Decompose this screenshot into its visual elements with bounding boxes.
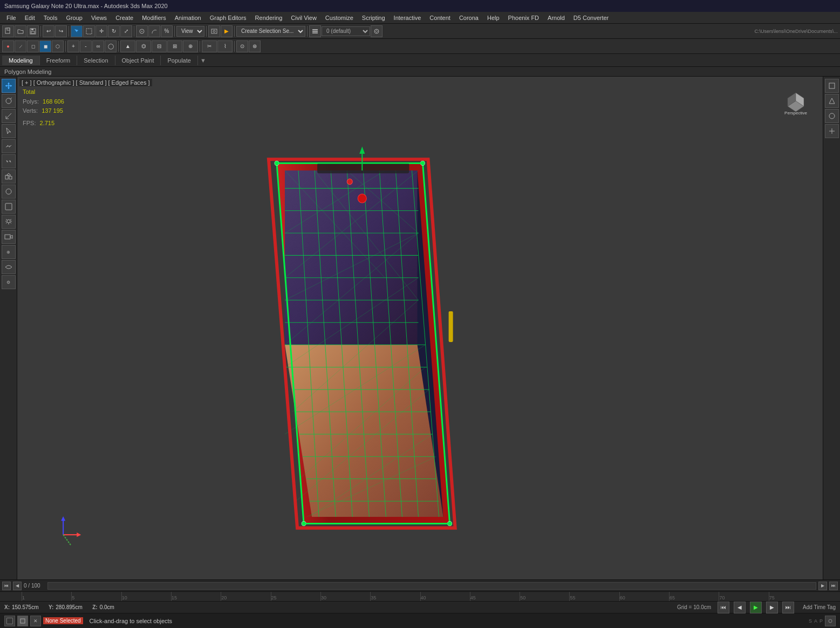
right-sidebar-btn-4[interactable]: [825, 124, 839, 138]
sidebar-cameras-btn[interactable]: [2, 230, 16, 244]
sidebar-geometry-btn[interactable]: [2, 185, 16, 199]
add-time-tag-btn[interactable]: Add Time Tag: [803, 604, 836, 610]
right-sidebar-btn-2[interactable]: [825, 94, 839, 108]
menu-arnold[interactable]: Arnold: [543, 13, 569, 22]
element-btn[interactable]: ⬡: [52, 40, 64, 52]
grid-settings-btn[interactable]: [371, 25, 383, 37]
menu-create[interactable]: Create: [111, 13, 138, 22]
menu-rendering[interactable]: Rendering: [251, 13, 287, 22]
connect-btn[interactable]: ⊕: [183, 40, 198, 52]
vertex-btn[interactable]: ●: [2, 40, 14, 52]
timeline-track[interactable]: [47, 582, 816, 590]
menu-scripting[interactable]: Scripting: [358, 13, 390, 22]
sidebar-select-btn[interactable]: [2, 124, 16, 138]
sidebar-systems-btn[interactable]: ⚙: [2, 275, 16, 289]
last-frame-btn[interactable]: ⏭: [782, 602, 794, 613]
sidebar-link-btn[interactable]: [2, 139, 16, 153]
menu-group[interactable]: Group: [62, 13, 87, 22]
poly-btn[interactable]: ◼: [39, 40, 51, 52]
viewport[interactable]: [ + ] [ Orthographic ] [ Standard ] [ Ed…: [17, 77, 823, 579]
loop-btn[interactable]: ∞: [92, 40, 104, 52]
sidebar-create-btn[interactable]: [2, 169, 16, 183]
sidebar-move-btn[interactable]: [2, 79, 16, 93]
timeline-prev-btn[interactable]: ◀: [13, 582, 22, 590]
move-btn[interactable]: ✛: [95, 25, 107, 37]
undo-btn[interactable]: ↩: [43, 25, 54, 37]
prev-frame-btn[interactable]: ◀: [734, 602, 746, 613]
cut-btn[interactable]: ✂: [202, 40, 217, 52]
scale-btn[interactable]: ⤢: [120, 25, 132, 37]
target-weld-btn[interactable]: ⊛: [249, 40, 261, 52]
play-btn[interactable]: ▶: [750, 602, 762, 613]
menu-help[interactable]: Help: [483, 13, 504, 22]
tab-options-btn[interactable]: ▼: [200, 57, 206, 64]
menu-file[interactable]: File: [2, 13, 21, 22]
select-region-btn[interactable]: [83, 25, 95, 37]
play-animation-btn[interactable]: ⏮: [718, 602, 729, 613]
tab-modeling[interactable]: Modeling: [2, 56, 40, 65]
quickslice-btn[interactable]: ⌇: [217, 40, 233, 52]
edge-btn[interactable]: ⟋: [15, 40, 26, 52]
weld-btn[interactable]: ⊙: [236, 40, 248, 52]
next-frame-btn[interactable]: ▶: [766, 602, 778, 613]
tab-freeform[interactable]: Freeform: [40, 56, 78, 65]
taskbar-close-btn[interactable]: ✕: [30, 616, 41, 626]
menu-tools[interactable]: Tools: [39, 13, 62, 22]
menu-views[interactable]: Views: [87, 13, 111, 22]
select-btn[interactable]: [71, 25, 83, 37]
taskbar-btn-1[interactable]: [4, 616, 15, 626]
menu-animation[interactable]: Animation: [170, 13, 206, 22]
bridge-btn[interactable]: ⊞: [167, 40, 182, 52]
cube-gizmo[interactable]: Perspective: [780, 87, 812, 120]
sidebar-rotate-btn[interactable]: [2, 94, 16, 108]
render-setup-btn[interactable]: [208, 25, 220, 37]
menu-civil-view[interactable]: Civil View: [286, 13, 320, 22]
right-sidebar-btn-1[interactable]: [825, 79, 839, 93]
svg-point-79: [347, 179, 352, 185]
sidebar-unlink-btn[interactable]: [2, 154, 16, 168]
rotate-btn[interactable]: ↻: [108, 25, 120, 37]
grow-btn[interactable]: +: [67, 40, 79, 52]
view-dropdown[interactable]: View: [176, 26, 204, 37]
menu-graph-editors[interactable]: Graph Editors: [206, 13, 251, 22]
bevel-btn[interactable]: ⏣: [136, 40, 151, 52]
tab-object-paint[interactable]: Object Paint: [115, 56, 161, 65]
render-btn[interactable]: ▶: [221, 25, 233, 37]
percent-snap-btn[interactable]: %: [161, 25, 173, 37]
menu-content[interactable]: Content: [425, 13, 455, 22]
ring-btn[interactable]: ◯: [105, 40, 117, 52]
menu-interactive[interactable]: Interactive: [390, 13, 426, 22]
new-scene-btn[interactable]: [2, 25, 14, 37]
menu-edit[interactable]: Edit: [21, 13, 39, 22]
shrink-btn[interactable]: -: [80, 40, 92, 52]
extrude-btn[interactable]: ▲: [120, 40, 135, 52]
timeline-prev-key-btn[interactable]: ⏮: [2, 582, 11, 590]
border-btn[interactable]: ◻: [27, 40, 39, 52]
menu-phoenix-fd[interactable]: Phoenix FD: [504, 13, 543, 22]
snap-toggle-btn[interactable]: [136, 25, 148, 37]
tab-selection[interactable]: Selection: [77, 56, 115, 65]
angle-snap-btn[interactable]: [148, 25, 160, 37]
taskbar-btn-2[interactable]: [17, 616, 28, 626]
sidebar-scale-btn[interactable]: [2, 109, 16, 123]
right-sidebar-btn-3[interactable]: [825, 109, 839, 123]
menu-customize[interactable]: Customize: [321, 13, 358, 22]
sidebar-helpers-btn[interactable]: ⊕: [2, 245, 16, 259]
redo-btn[interactable]: ↪: [55, 25, 67, 37]
tab-populate[interactable]: Populate: [161, 56, 197, 65]
open-btn[interactable]: [15, 25, 26, 37]
create-selection-dropdown[interactable]: Create Selection Se...: [236, 26, 305, 37]
timeline-next-btn[interactable]: ▶: [818, 582, 827, 590]
timeline-next-key-btn[interactable]: ⏭: [829, 582, 838, 590]
menu-d5-converter[interactable]: D5 Converter: [569, 13, 613, 22]
menu-modifiers[interactable]: Modifiers: [138, 13, 170, 22]
menu-corona[interactable]: Corona: [455, 13, 483, 22]
snap-indicator-btn[interactable]: [825, 616, 836, 626]
sidebar-shapes-btn[interactable]: [2, 200, 16, 214]
sidebar-spacewarps-btn[interactable]: [2, 260, 16, 274]
inset-btn[interactable]: ⊟: [152, 40, 167, 52]
layer-btn[interactable]: [309, 25, 321, 37]
grid-dropdown[interactable]: 0 (default): [322, 26, 370, 36]
sidebar-lights-btn[interactable]: [2, 215, 16, 229]
save-btn[interactable]: [27, 25, 39, 37]
